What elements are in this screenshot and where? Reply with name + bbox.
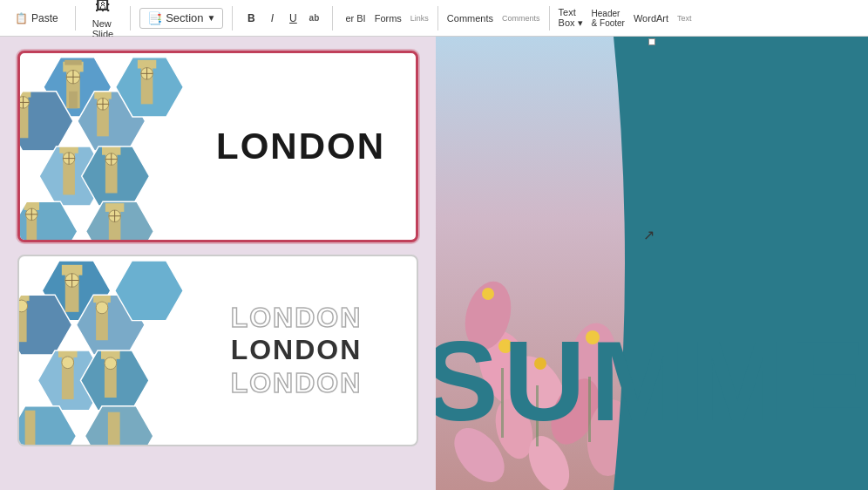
slide-2-wrapper: LONDON LONDON LONDON bbox=[17, 255, 418, 446]
text-group-label: Text bbox=[677, 14, 692, 23]
textbox-button[interactable]: TextBox ▾ bbox=[555, 6, 587, 30]
slide-2-london-text-2: LONDON bbox=[231, 335, 363, 365]
underline-button[interactable]: U bbox=[283, 10, 302, 27]
slide-2-hex-svg bbox=[19, 256, 185, 445]
paste-label: Paste bbox=[31, 12, 58, 24]
divider-2 bbox=[130, 6, 131, 31]
format-buttons: B I U ab bbox=[241, 10, 323, 27]
slide-2-hex-area bbox=[19, 256, 185, 445]
section-dropdown-icon: ▼ bbox=[207, 13, 216, 23]
slide-2-thumbnail[interactable]: LONDON LONDON LONDON bbox=[17, 255, 418, 446]
slides-panel: LONDON bbox=[0, 37, 436, 490]
selection-handle bbox=[648, 38, 655, 45]
section-label: Section bbox=[166, 11, 203, 24]
divider-3 bbox=[232, 6, 233, 31]
summer-text-teal: S bbox=[436, 317, 504, 438]
svg-point-84 bbox=[19, 300, 28, 312]
main-area: LONDON bbox=[0, 37, 868, 490]
svg-point-94 bbox=[62, 357, 74, 369]
summer-text-bg: SUMMER bbox=[436, 324, 868, 438]
wordart-button[interactable]: WordArt bbox=[630, 12, 672, 24]
svg-point-99 bbox=[105, 357, 117, 370]
paste-button[interactable]: 📋 Paste bbox=[7, 8, 66, 29]
divider-5 bbox=[437, 6, 438, 31]
slide-1-thumbnail[interactable]: LONDON bbox=[17, 51, 418, 242]
links-label: Links bbox=[410, 14, 429, 23]
section-button[interactable]: 📑 Section ▼ bbox=[139, 8, 223, 29]
main-slide-view[interactable]: SUMMER ↗ bbox=[436, 37, 868, 490]
header-footer-button[interactable]: Header& Footer bbox=[588, 8, 628, 29]
er-bi-button[interactable]: er BI bbox=[342, 12, 369, 24]
toolbar: 📋 Paste 🖼 NewSlide 📑 Section ▼ B I U ab … bbox=[0, 0, 868, 37]
svg-rect-12 bbox=[64, 60, 81, 65]
slide-1-london-text: LONDON bbox=[216, 126, 385, 167]
slide-2-text-area: LONDON LONDON LONDON bbox=[185, 285, 417, 416]
svg-rect-83 bbox=[19, 292, 30, 301]
bold-button[interactable]: B bbox=[241, 10, 261, 27]
slide-1-wrapper: LONDON bbox=[17, 51, 418, 242]
comments-group-label: Comments bbox=[502, 14, 540, 23]
italic-button[interactable]: I bbox=[262, 10, 281, 27]
new-slide-icon: 🖼 bbox=[95, 0, 111, 15]
svg-rect-102 bbox=[25, 411, 36, 445]
slide-1-text-area: LONDON bbox=[186, 108, 416, 185]
svg-point-89 bbox=[96, 302, 108, 314]
slide-2-london-text-1: LONDON bbox=[231, 303, 363, 333]
svg-point-123 bbox=[482, 288, 494, 300]
summer-text-container: SUMMER bbox=[436, 316, 868, 438]
slide-1-hex-svg bbox=[20, 53, 186, 240]
divider-1 bbox=[75, 6, 76, 31]
text-shadow-button[interactable]: ab bbox=[304, 10, 323, 27]
slide-canvas: SUMMER ↗ bbox=[436, 37, 868, 490]
comments-button[interactable]: Comments bbox=[444, 12, 497, 24]
svg-rect-16 bbox=[69, 92, 78, 108]
divider-6 bbox=[549, 6, 550, 31]
ribbon-area: er BI Forms Links Comments Comments Text… bbox=[342, 6, 695, 31]
slide-2-london-text-3: LONDON bbox=[231, 368, 363, 398]
svg-rect-105 bbox=[108, 412, 120, 445]
slide-1-hex-area bbox=[20, 53, 186, 240]
forms-button[interactable]: Forms bbox=[371, 12, 405, 24]
divider-4 bbox=[332, 6, 333, 31]
section-icon: 📑 bbox=[147, 11, 162, 25]
paste-icon: 📋 bbox=[15, 12, 28, 24]
summer-text-rest: UMMER bbox=[504, 317, 868, 438]
